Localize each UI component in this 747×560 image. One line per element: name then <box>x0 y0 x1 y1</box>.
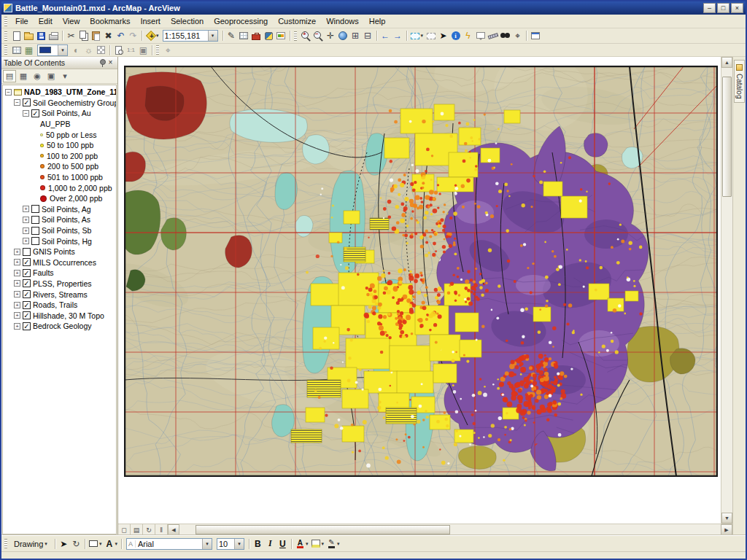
layer-checkbox[interactable]: ✓ <box>23 269 31 277</box>
toc-layer[interactable]: +✓Faults <box>3 268 116 279</box>
save-icon[interactable] <box>35 30 47 42</box>
scroll-up-button[interactable]: ▲ <box>721 57 732 68</box>
paste-icon[interactable] <box>90 30 102 42</box>
menu-file[interactable]: File <box>10 15 34 27</box>
scroll-right-button[interactable]: ▶ <box>721 524 732 535</box>
expand-box-icon[interactable]: + <box>14 302 20 308</box>
map-canvas[interactable] <box>125 66 717 476</box>
full-extent-icon[interactable] <box>337 30 349 42</box>
refresh-view-button[interactable]: ↻ <box>143 524 155 535</box>
pan-icon[interactable]: ✛ <box>325 30 337 42</box>
legend-item[interactable]: 200 to 500 ppb <box>3 161 116 172</box>
menu-bookmarks[interactable]: Bookmarks <box>85 15 135 27</box>
previous-extent-icon[interactable]: ← <box>379 30 392 42</box>
fixed-zoom-out-icon[interactable]: ⊟ <box>362 30 374 42</box>
toc-close-icon[interactable]: × <box>106 58 115 68</box>
layer-checkbox[interactable] <box>23 248 31 256</box>
vertical-scrollbar[interactable]: ▲ ▼ <box>721 57 732 524</box>
legend-symbol[interactable] <box>40 164 44 168</box>
toc-layer[interactable]: +✓Bedrock Geology <box>3 321 116 332</box>
layer-checkbox[interactable]: ✓ <box>23 322 31 330</box>
image-analysis-icon[interactable] <box>10 44 23 56</box>
transparency-icon[interactable] <box>95 44 107 56</box>
menu-insert[interactable]: Insert <box>135 15 166 27</box>
toc-layer[interactable]: +Soil Points, As <box>3 214 116 225</box>
select-elements-tool-icon[interactable]: ➤ <box>437 30 449 42</box>
pause-drawing-button[interactable]: ‖ <box>155 524 168 535</box>
list-by-selection-icon[interactable]: ▣ <box>44 70 58 82</box>
list-by-visibility-icon[interactable]: ◉ <box>31 70 44 82</box>
map-frame[interactable] <box>124 66 718 477</box>
scroll-left-button[interactable]: ◀ <box>168 524 179 535</box>
layer-checkbox[interactable]: ✓ <box>23 98 31 106</box>
layer-checkbox[interactable] <box>31 227 39 235</box>
drawing-menu[interactable]: Drawing▾ <box>10 539 53 549</box>
toc-layer[interactable]: +Soil Points, Hg <box>3 236 116 246</box>
data-view-button[interactable]: ◻ <box>118 524 131 535</box>
legend-symbol[interactable] <box>40 175 44 179</box>
legend-item[interactable]: Over 2,000 ppb <box>3 193 116 204</box>
legend-item[interactable]: 50 to 100 ppb <box>3 140 116 151</box>
legend-symbol[interactable] <box>40 195 47 202</box>
modelbuilder-icon[interactable] <box>275 30 287 42</box>
zoom-out-icon[interactable]: − <box>312 30 325 42</box>
classification-icon[interactable]: ▦ <box>23 44 35 56</box>
identify-icon[interactable]: i <box>449 30 462 42</box>
layer-checkbox[interactable] <box>31 237 39 245</box>
toc-layer[interactable]: +✓Hillshade, 30 M Topo <box>3 310 116 321</box>
layer-checkbox[interactable] <box>31 216 39 224</box>
symbol-level-combo[interactable]: ▾ <box>37 44 68 56</box>
maximize-button[interactable]: □ <box>717 3 729 13</box>
vertical-scroll-track[interactable] <box>721 68 732 513</box>
new-document-icon[interactable] <box>10 30 23 42</box>
undo-icon[interactable]: ↶ <box>115 30 127 42</box>
text-tool-icon[interactable]: A <box>103 537 115 550</box>
print-icon[interactable] <box>47 30 60 42</box>
map-scale-combo[interactable]: 1:155,181▾ <box>163 30 218 42</box>
bold-button[interactable]: B <box>252 537 264 550</box>
toc-layer[interactable]: +✓PLSS, Properties <box>3 279 116 289</box>
italic-button[interactable]: I <box>264 537 276 550</box>
next-extent-icon[interactable]: → <box>392 30 404 42</box>
toc-layer[interactable]: +Soil Points, Sb <box>3 225 116 236</box>
layer-checkbox[interactable]: ✓ <box>23 311 31 319</box>
select-elements-icon[interactable]: ➤ <box>58 537 70 550</box>
delete-icon[interactable]: ✖ <box>102 30 115 42</box>
legend-symbol[interactable] <box>40 154 44 158</box>
scroll-down-button[interactable]: ▼ <box>721 513 732 524</box>
legend-symbol[interactable] <box>40 185 45 190</box>
menu-view[interactable]: View <box>58 15 85 27</box>
zoom-page-icon[interactable] <box>112 44 125 56</box>
toc-options-icon[interactable]: ▾ <box>58 70 71 82</box>
brightness-icon[interactable]: ☼ <box>82 44 95 56</box>
legend-item[interactable]: 501 to 1000 ppb <box>3 172 116 183</box>
open-folder-icon[interactable] <box>23 30 35 42</box>
layer-checkbox[interactable]: ✓ <box>23 258 31 266</box>
menu-selection[interactable]: Selection <box>166 15 209 27</box>
cut-icon[interactable]: ✂ <box>65 30 77 42</box>
list-by-source-icon[interactable]: ▦ <box>17 70 30 82</box>
font-size-combo[interactable]: 10▾ <box>217 538 244 550</box>
shape-tool-icon[interactable] <box>88 537 100 550</box>
layer-checkbox[interactable]: ✓ <box>23 301 31 309</box>
measure-icon[interactable] <box>487 30 499 42</box>
fixed-zoom-in-icon[interactable]: ⊞ <box>349 30 362 42</box>
toc-dataframe[interactable]: −NAD_1983_UTM_Zone_11N <box>3 87 116 98</box>
fill-color-icon[interactable] <box>309 537 322 550</box>
layer-checkbox[interactable] <box>31 205 39 213</box>
arctoolbox-icon[interactable] <box>250 30 263 42</box>
legend-symbol[interactable] <box>40 144 44 147</box>
snapping-icon[interactable]: ⌖ <box>162 44 174 56</box>
expand-box-icon[interactable]: + <box>14 270 20 276</box>
clear-selection-icon[interactable] <box>425 30 437 42</box>
expand-box-icon[interactable]: + <box>14 280 20 287</box>
close-button[interactable]: × <box>731 3 743 13</box>
toc-layer[interactable]: +✓Rivers, Streams <box>3 289 116 300</box>
contrast-icon[interactable]: ◐ <box>70 44 82 56</box>
layer-checkbox[interactable]: ✓ <box>31 109 39 117</box>
add-data-icon[interactable] <box>144 30 157 42</box>
legend-symbol[interactable] <box>40 133 43 136</box>
menu-help[interactable]: Help <box>364 15 391 27</box>
vertical-scroll-thumb[interactable] <box>722 77 732 197</box>
fixed-page-icon[interactable]: ▣ <box>137 44 150 56</box>
